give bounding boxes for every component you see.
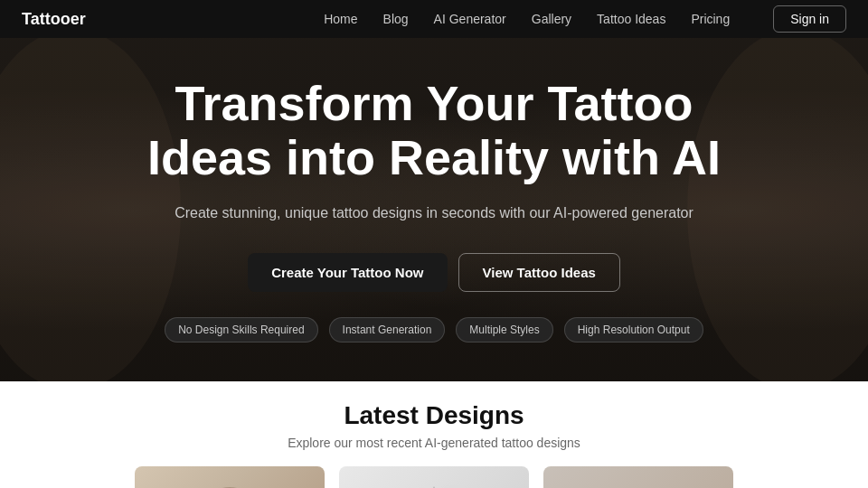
hero-badges: No Design Skills Required Instant Genera…	[147, 317, 721, 343]
badge-no-skills: No Design Skills Required	[165, 317, 317, 343]
card-3-art	[602, 479, 675, 488]
nav-blog[interactable]: Blog	[383, 12, 409, 26]
hero-subtitle: Create stunning, unique tattoo designs i…	[147, 202, 721, 224]
nav-home[interactable]: Home	[324, 12, 357, 26]
hero-content: Transform Your Tattoo Ideas into Reality…	[129, 77, 739, 343]
nav-links: Home Blog AI Generator Gallery Tattoo Id…	[324, 5, 846, 33]
badge-instant: Instant Generation	[329, 317, 446, 343]
nav-pricing[interactable]: Pricing	[691, 12, 730, 26]
design-cards	[117, 466, 751, 488]
logo[interactable]: Tattooer	[22, 10, 86, 29]
card-1-art	[193, 479, 266, 488]
create-tattoo-button[interactable]: Create Your Tattoo Now	[248, 253, 447, 292]
view-ideas-button[interactable]: View Tattoo Ideas	[458, 253, 620, 292]
hero-title: Transform Your Tattoo Ideas into Reality…	[147, 77, 721, 184]
design-card-1[interactable]	[135, 466, 325, 488]
badge-resolution: High Resolution Output	[564, 317, 703, 343]
hero-buttons: Create Your Tattoo Now View Tattoo Ideas	[147, 253, 721, 292]
nav-ai-generator[interactable]: AI Generator	[434, 12, 506, 26]
latest-designs-section: Latest Designs Explore our most recent A…	[0, 381, 868, 488]
hero-section: Transform Your Tattoo Ideas into Reality…	[0, 38, 868, 381]
nav-gallery[interactable]: Gallery	[532, 12, 571, 26]
design-card-3[interactable]	[543, 466, 733, 488]
card-2-art	[398, 479, 470, 488]
badge-styles: Multiple Styles	[456, 317, 552, 343]
nav-tattoo-ideas[interactable]: Tattoo Ideas	[597, 12, 665, 26]
navbar: Tattooer Home Blog AI Generator Gallery …	[0, 0, 868, 38]
latest-subtitle: Explore our most recent AI-generated tat…	[288, 436, 580, 450]
latest-title: Latest Designs	[344, 401, 524, 430]
design-card-2[interactable]	[339, 466, 529, 488]
signin-button[interactable]: Sign in	[773, 5, 846, 33]
